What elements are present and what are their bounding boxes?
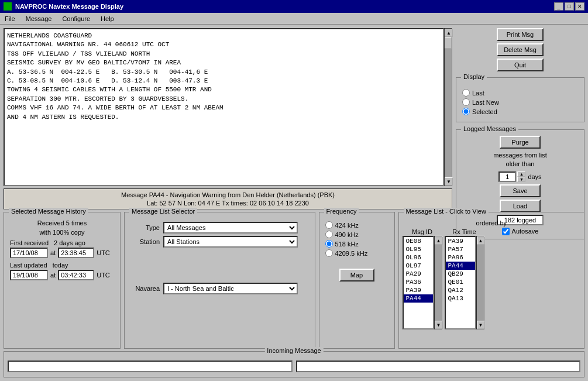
display-selected-row: Selected (462, 108, 578, 115)
msg-col2-list[interactable]: PA39 PA57 PA96 PA44 QB29 QE01 QA12 QA13 (445, 236, 476, 329)
delete-msg-button[interactable]: Delete Msg (497, 43, 544, 56)
scroll-up-btn[interactable]: ▲ (445, 29, 453, 37)
freq-518-row: 518 kHz (325, 240, 388, 248)
col2-scroll-up[interactable]: ▲ (477, 236, 485, 245)
title-bar: NAVPROC Navtex Message Display _ □ ✕ (0, 0, 588, 13)
frequency-group: Frequency 424 kHz 490 kHz 518 kHz 4209.5… (319, 212, 395, 349)
quit-button[interactable]: Quit (497, 59, 544, 71)
days-spinner[interactable]: ▲ ▼ (498, 171, 525, 182)
incoming-input-1[interactable] (8, 361, 293, 372)
last-updated-label: Last updated (10, 262, 47, 269)
list-item[interactable]: QA12 (446, 286, 475, 294)
spinner-up-btn[interactable]: ▲ (517, 171, 525, 177)
scroll-down-btn[interactable]: ▼ (445, 177, 453, 186)
list-item[interactable]: OL95 (404, 245, 433, 253)
list-item[interactable]: OL97 (404, 262, 433, 270)
display-lastnew-label: Last New (472, 99, 499, 106)
older-than-label: messages from listolder than (460, 151, 580, 169)
list-item-selected[interactable]: PA44 (446, 262, 475, 270)
col2-scroll-down[interactable]: ▼ (477, 321, 485, 329)
days-spinner-row: ▲ ▼ days (460, 171, 580, 182)
list-item[interactable]: PA39 (446, 237, 475, 245)
freq-490-row: 490 kHz (325, 231, 388, 238)
menu-configure[interactable]: Configure (60, 15, 92, 23)
maximize-button[interactable]: □ (565, 2, 574, 11)
spinner-down-btn[interactable]: ▼ (517, 177, 525, 182)
first-received-label: First received (10, 239, 49, 246)
save-button[interactable]: Save (500, 184, 541, 197)
last-time-input[interactable] (58, 270, 94, 280)
list-item[interactable]: QE01 (446, 278, 475, 286)
load-button[interactable]: Load (500, 200, 541, 212)
copy-row: with 100% copy (10, 229, 114, 236)
list-item-selected[interactable]: PA44 (404, 294, 433, 303)
col2-track (477, 245, 484, 321)
col1-track (435, 245, 442, 321)
incoming-label: Incoming Message (264, 347, 323, 354)
freq-424-radio[interactable] (325, 221, 333, 229)
message-info: Message PA44 - Navigation Warning from D… (4, 188, 452, 210)
incoming-bar: Incoming Message (4, 351, 584, 377)
message-scrollbar[interactable]: ▲ ▼ (444, 28, 452, 186)
top-section: NETHERLANDS COASTGUARD NAVIGATIONAL WARN… (4, 28, 584, 210)
col1-scroll-down[interactable]: ▼ (435, 321, 443, 329)
col2-scrollbar[interactable]: ▲ ▼ (476, 236, 484, 329)
scroll-track[interactable] (445, 37, 452, 177)
first-received-header: First received 2 days ago (10, 239, 114, 246)
last-updated-ago: today (53, 262, 68, 269)
col1-header: Msg ID (403, 228, 442, 236)
type-select[interactable]: All Messages Navigational Warning Meteor… (163, 222, 298, 234)
scroll-thumb[interactable] (445, 37, 452, 49)
freq-4209-radio[interactable] (325, 249, 333, 257)
display-lastnew-radio[interactable] (462, 98, 470, 106)
list-item[interactable]: PA29 (404, 270, 433, 278)
freq-518-radio[interactable] (325, 240, 333, 248)
first-date-input[interactable] (10, 248, 48, 258)
message-textarea[interactable]: NETHERLANDS COASTGUARD NAVIGATIONAL WARN… (4, 28, 444, 186)
list-item[interactable]: PA39 (404, 286, 433, 294)
display-lastnew-row: Last New (462, 98, 578, 106)
menu-message[interactable]: Message (23, 15, 54, 23)
history-group: Selected Message History Received 5 time… (4, 212, 121, 349)
last-date-input[interactable] (10, 270, 48, 280)
print-msg-button[interactable]: Print Msg (497, 28, 544, 41)
list-item[interactable]: PA57 (446, 245, 475, 253)
display-last-radio[interactable] (462, 89, 470, 97)
col1-scroll-up[interactable]: ▲ (435, 236, 443, 245)
col1-scrollbar[interactable]: ▲ ▼ (434, 236, 442, 329)
freq-490-radio[interactable] (325, 231, 333, 238)
station-select[interactable]: All Stations Den Helder Rogaland Cullerc… (163, 236, 298, 248)
display-selected-radio[interactable] (462, 108, 470, 115)
close-button[interactable]: ✕ (575, 2, 584, 11)
display-group-label: Display (461, 73, 487, 80)
msglist-group-label: Message List - Click to View (404, 208, 489, 215)
list-item[interactable]: QB29 (446, 270, 475, 278)
msg-col1-list[interactable]: OE08 OL95 OL96 OL97 PA29 PA36 PA39 PA44 (403, 236, 434, 329)
type-label: Type (130, 224, 160, 231)
list-item[interactable]: OE08 (404, 237, 433, 245)
main-content: NETHERLANDS COASTGUARD NAVIGATIONAL WARN… (0, 25, 588, 381)
list-item[interactable]: PA96 (446, 253, 475, 262)
selector-group-label: Message List Selector (129, 208, 197, 215)
list-item[interactable]: PA36 (404, 278, 433, 286)
list-item[interactable]: OL96 (404, 253, 433, 262)
title-bar-controls[interactable]: _ □ ✕ (554, 2, 584, 11)
menu-help[interactable]: Help (98, 15, 116, 23)
list-item[interactable]: QA13 (446, 294, 475, 303)
minimize-button[interactable]: _ (554, 2, 563, 11)
received-times: 5 times (66, 219, 87, 226)
navarea-label: Navarea (130, 285, 160, 292)
days-input[interactable] (498, 171, 516, 182)
freq-4209-label: 4209.5 kHz (335, 250, 368, 257)
right-panel: Print Msg Delete Msg Quit Display Last L… (456, 28, 584, 210)
msg-col2: Rx Time PA39 PA57 PA96 PA44 QB29 QE01 QA… (445, 228, 484, 329)
map-button[interactable]: Map (339, 269, 374, 282)
freq-424-row: 424 kHz (325, 221, 388, 229)
first-time-input[interactable] (58, 248, 94, 258)
purge-button[interactable]: Purge (500, 136, 541, 149)
menu-file[interactable]: File (2, 15, 18, 23)
navarea-select[interactable]: I - North Sea and Baltic II - North East… (163, 283, 298, 294)
incoming-input-2[interactable] (296, 361, 581, 372)
last-at-label: at (50, 272, 56, 279)
message-info-line2: Lat: 52 57 N Lon: 04 47 E Tx times: 02 0… (6, 200, 449, 207)
